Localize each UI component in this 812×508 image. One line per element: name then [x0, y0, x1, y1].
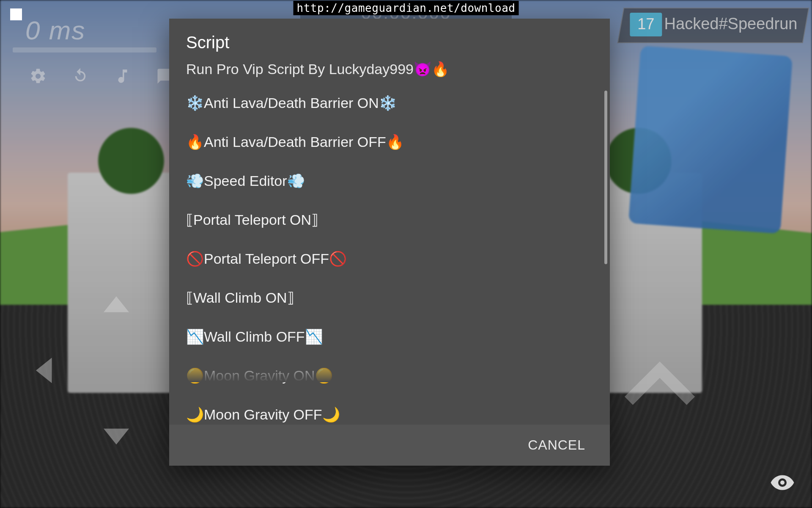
script-option[interactable]: 🔥Anti Lava/Death Barrier OFF🔥: [186, 122, 593, 161]
script-option[interactable]: 🟡Moon Gravity ON🟡: [186, 356, 593, 395]
gg-stop-button[interactable]: [10, 8, 22, 20]
script-option[interactable]: 📉Wall Climb OFF📉: [186, 317, 593, 356]
dialog-subtitle: Run Pro Vip Script By Luckyday999👿🔥: [169, 61, 610, 83]
dialog-scrollbar[interactable]: [604, 91, 607, 264]
dialog-title: Script: [169, 19, 610, 61]
cancel-button[interactable]: CANCEL: [524, 431, 590, 459]
gg-url-overlay: http://gameguardian.net/download: [294, 1, 519, 15]
script-option[interactable]: ⟦Portal Teleport ON⟧: [186, 200, 593, 239]
script-option[interactable]: ❄️Anti Lava/Death Barrier ON❄️: [186, 83, 593, 122]
script-option[interactable]: 💨Speed Editor💨: [186, 161, 593, 200]
dialog-list[interactable]: ❄️Anti Lava/Death Barrier ON❄️🔥Anti Lava…: [169, 83, 610, 425]
script-option[interactable]: 🌙Moon Gravity OFF🌙: [186, 395, 593, 425]
script-option[interactable]: 🚫Portal Teleport OFF🚫: [186, 239, 593, 278]
script-dialog: Script Run Pro Vip Script By Luckyday999…: [169, 19, 610, 466]
script-option[interactable]: ⟦Wall Climb ON⟧: [186, 278, 593, 317]
